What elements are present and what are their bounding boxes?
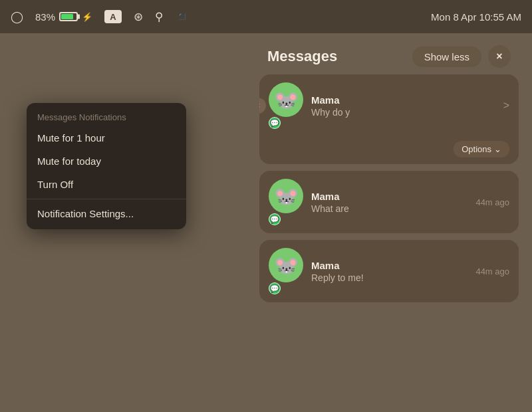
avatar-wrapper-2: 🐭 — [269, 179, 303, 225]
options-button-1[interactable]: Options ⌄ — [454, 141, 509, 157]
chevron-right-icon-1: > — [503, 100, 509, 112]
charging-icon: ⚡ — [82, 12, 92, 22]
notification-card-3: 🐭 Mama Reply to me! 44m ago — [259, 240, 519, 302]
options-dropdown-menu: Messages Notifications Mute for 1 hour M… — [27, 103, 186, 229]
keyboard-layout-indicator[interactable]: A — [104, 10, 122, 23]
notif-sender-2: Mama — [311, 191, 470, 202]
messages-app-badge-1 — [269, 117, 281, 129]
wifi-icon[interactable]: ⊛ — [134, 10, 143, 24]
battery-icon — [59, 12, 78, 21]
header-actions: Show less × — [412, 45, 511, 68]
notif-actions-1: Options ⌄ — [259, 137, 519, 164]
show-less-button[interactable]: Show less — [412, 47, 481, 67]
dropdown-item-notification-settings[interactable]: Notification Settings... — [27, 202, 186, 225]
battery-percent: 83% — [35, 11, 55, 23]
dropdown-item-mute-today[interactable]: Mute for today — [27, 150, 186, 173]
notif-text-1: Why do y — [311, 107, 498, 118]
notification-center: Messages Show less × × 🐭 Mama Why do y >… — [259, 40, 519, 309]
options-chevron-icon-1: ⌄ — [494, 144, 501, 154]
menubar: ◯ 83% ⚡ A ⊛ ⚲ ◾ Mon 8 Apr 10:55 AM — [0, 0, 532, 33]
notification-card-3-inner: 🐭 Mama Reply to me! 44m ago — [259, 240, 519, 302]
notif-content-2: Mama What are — [311, 191, 470, 214]
dropdown-header: Messages Notifications — [27, 107, 186, 126]
notification-card-2-inner: 🐭 Mama What are 44m ago — [259, 171, 519, 233]
avatar-1: 🐭 — [269, 82, 303, 117]
notif-content-1: Mama Why do y — [311, 94, 498, 118]
avatar-3: 🐭 — [269, 248, 303, 282]
avatar-wrapper-1: 🐭 — [269, 82, 303, 129]
messages-app-badge-3 — [269, 282, 281, 294]
battery-container: 83% ⚡ — [35, 11, 92, 23]
notif-sender-1: Mama — [311, 94, 498, 106]
notification-card-2: 🐭 Mama What are 44m ago — [259, 171, 519, 233]
dropdown-item-mute-1h[interactable]: Mute for 1 hour — [27, 126, 186, 150]
dropdown-divider — [27, 199, 186, 199]
dismiss-button-1[interactable]: × — [259, 98, 266, 114]
search-icon[interactable]: ⚲ — [155, 10, 163, 24]
screen-share-icon[interactable]: ◾ — [175, 9, 190, 24]
battery-fill — [61, 14, 73, 19]
notif-time-3: 44m ago — [475, 266, 509, 276]
close-notification-center-button[interactable]: × — [488, 45, 511, 68]
notif-text-3: Reply to me! — [311, 272, 470, 283]
messages-app-badge-2 — [269, 213, 281, 225]
notification-card-1-inner: × 🐭 Mama Why do y > — [259, 74, 519, 137]
notif-content-3: Mama Reply to me! — [311, 260, 470, 283]
avatar-wrapper-3: 🐭 — [269, 248, 303, 294]
user-icon[interactable]: ◯ — [11, 10, 23, 24]
dropdown-item-turn-off[interactable]: Turn Off — [27, 173, 186, 196]
notif-time-2: 44m ago — [475, 197, 509, 207]
datetime-display: Mon 8 Apr 10:55 AM — [431, 11, 521, 23]
notif-sender-3: Mama — [311, 260, 470, 271]
avatar-2: 🐭 — [269, 179, 303, 213]
options-label-1: Options — [462, 144, 491, 154]
messages-title: Messages — [267, 48, 337, 65]
notification-card-1: × 🐭 Mama Why do y > Options ⌄ — [259, 74, 519, 164]
notif-text-2: What are — [311, 203, 470, 214]
messages-section-header: Messages Show less × — [259, 40, 519, 74]
